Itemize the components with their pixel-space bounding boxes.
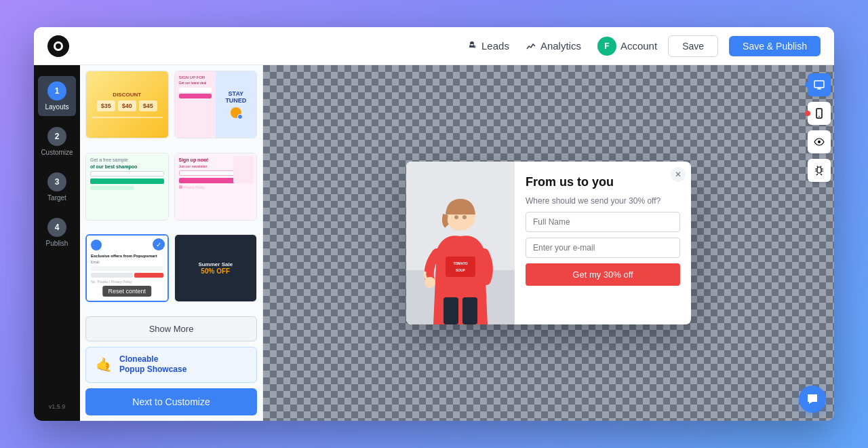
- step-3-circle: 3: [47, 172, 66, 191]
- cloneable-banner[interactable]: 🤙 CloneablePopup Showcase: [85, 347, 257, 383]
- template-2-inner: SIGN UP FOR Get our latest deal STAYTUNE…: [175, 71, 257, 138]
- popup-title: From us to you: [526, 175, 680, 190]
- svg-text:TOMATO: TOMATO: [453, 261, 467, 265]
- app-logo[interactable]: [47, 35, 69, 57]
- nav-leads[interactable]: Leads: [467, 40, 509, 52]
- svg-point-9: [454, 215, 458, 219]
- template-5-logo-icon: [91, 240, 102, 250]
- analytics-icon: [526, 41, 536, 52]
- svg-text:SOUP: SOUP: [456, 268, 466, 272]
- selected-checkmark: ✓: [153, 238, 165, 250]
- nav-account[interactable]: F Account: [597, 37, 657, 56]
- mobile-indicator: [805, 111, 810, 116]
- save-button[interactable]: Save: [668, 35, 718, 57]
- bug-icon: [814, 165, 825, 176]
- svg-point-10: [462, 215, 467, 219]
- templates-grid: DISCOUNT $35 $40 $45: [80, 65, 262, 316]
- header-nav: Leads Analytics F Account: [467, 37, 657, 56]
- next-to-customize-button[interactable]: Next to Customize: [85, 388, 257, 415]
- chat-icon: [806, 393, 818, 405]
- templates-panel: DISCOUNT $35 $40 $45: [80, 65, 263, 421]
- template-1-inner: DISCOUNT $35 $40 $45: [86, 71, 168, 138]
- popup-image: TOMATO SOUP: [406, 162, 515, 324]
- logo-icon: [54, 41, 63, 51]
- template-3-inner: Get a free sample of our best shampoo: [86, 153, 168, 220]
- canvas-area: TOMATO SOUP: [263, 65, 834, 421]
- template-card-1[interactable]: DISCOUNT $35 $40 $45: [85, 71, 169, 138]
- svg-rect-3: [446, 257, 475, 277]
- cloneable-label: CloneablePopup Showcase: [119, 354, 186, 375]
- chat-bubble-button[interactable]: [799, 386, 826, 413]
- svg-point-14: [818, 141, 821, 143]
- popup-close-button[interactable]: ✕: [671, 167, 686, 182]
- sidebar-steps: 1 Layouts 2 Customize 3 Target 4 Publish…: [34, 65, 80, 421]
- account-label: Account: [620, 40, 657, 52]
- save-publish-button[interactable]: Save & Publish: [729, 36, 821, 56]
- template-card-3[interactable]: Get a free sample of our best shampoo: [85, 153, 169, 221]
- svg-rect-8: [462, 297, 477, 324]
- template-6-inner: Summer Sale50% OFF: [175, 235, 257, 301]
- step-4-publish[interactable]: 4 Publish: [38, 212, 76, 253]
- template-card-5-selected[interactable]: Exclusive offers from Popupsmart Email N…: [85, 234, 169, 302]
- step-2-label: Customize: [41, 149, 73, 156]
- leads-icon: [467, 41, 477, 52]
- mobile-view-button[interactable]: [808, 102, 831, 125]
- popup-name-input[interactable]: [526, 212, 680, 232]
- svg-rect-11: [814, 81, 824, 88]
- nav-analytics[interactable]: Analytics: [526, 40, 581, 52]
- analytics-label: Analytics: [540, 40, 581, 52]
- app-window: Leads Analytics F Account Save Save & Pu…: [34, 27, 834, 421]
- version-label: v1.5.9: [49, 403, 66, 410]
- step-1-label: Layouts: [45, 103, 68, 111]
- template-card-2[interactable]: SIGN UP FOR Get our latest deal STAYTUNE…: [174, 71, 258, 138]
- header: Leads Analytics F Account Save Save & Pu…: [34, 27, 834, 65]
- step-2-circle: 2: [47, 127, 66, 146]
- step-3-label: Target: [47, 194, 66, 202]
- reset-overlay[interactable]: Reset content: [102, 286, 151, 297]
- popup-cta-button[interactable]: Get my 30% off: [526, 263, 680, 286]
- svg-rect-7: [443, 297, 458, 324]
- step-4-label: Publish: [46, 240, 68, 247]
- right-toolbar: [804, 65, 834, 421]
- desktop-indicator: [805, 82, 810, 88]
- desktop-icon: [814, 79, 825, 90]
- popup-content: From us to you Where should we send your…: [515, 162, 691, 324]
- step-2-customize[interactable]: 2 Customize: [38, 122, 76, 162]
- step-1-layouts[interactable]: 1 Layouts: [38, 76, 76, 116]
- step-4-circle: 4: [47, 218, 66, 237]
- eye-icon: [814, 136, 825, 147]
- preview-button[interactable]: [808, 130, 831, 153]
- step-3-target[interactable]: 3 Target: [38, 167, 76, 207]
- step-1-circle: 1: [47, 81, 66, 100]
- mobile-icon: [814, 108, 825, 119]
- cloneable-icon: 🤙: [96, 356, 113, 373]
- debug-button[interactable]: [808, 159, 831, 182]
- svg-point-13: [818, 116, 820, 117]
- account-avatar: F: [597, 37, 616, 56]
- template-1-preview: DISCOUNT $35 $40 $45: [86, 71, 168, 138]
- show-more-button[interactable]: Show More: [85, 316, 257, 341]
- popup-subtitle: Where should we send your 30% off?: [526, 195, 680, 207]
- template-card-4[interactable]: Sign up now! Join our newsletter Privacy…: [174, 153, 258, 221]
- leads-label: Leads: [481, 40, 509, 52]
- main-body: 1 Layouts 2 Customize 3 Target 4 Publish…: [34, 65, 834, 421]
- desktop-view-button[interactable]: [808, 73, 831, 96]
- popup-modal: TOMATO SOUP: [406, 162, 691, 324]
- template-4-inner: Sign up now! Join our newsletter Privacy…: [175, 153, 257, 220]
- popup-person-svg: TOMATO SOUP: [406, 162, 515, 324]
- template-card-6[interactable]: Summer Sale50% OFF: [174, 234, 258, 302]
- popup-email-input[interactable]: [526, 238, 680, 258]
